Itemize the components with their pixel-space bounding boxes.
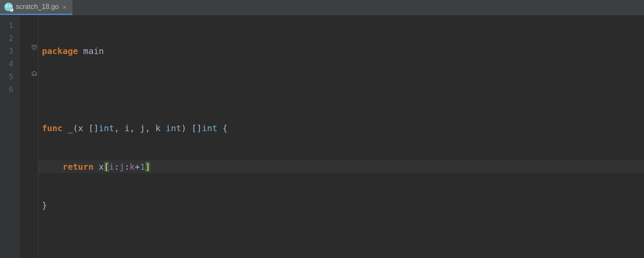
operator: : [114,162,119,172]
fold-close-icon[interactable] [32,71,37,76]
punct: , [130,123,135,133]
fold-column [20,15,39,258]
identifier: j [119,162,125,172]
line-number: 6 [0,83,19,96]
punct: , [145,123,150,133]
identifier: k [130,162,135,172]
punct: ) [181,123,186,133]
code-line[interactable] [39,237,644,250]
tab-close-icon[interactable]: × [62,4,68,10]
punct: , [114,123,119,133]
line-number: 3 [0,45,19,57]
code-line-current[interactable]: return x[i:j:k+1] [39,160,644,173]
line-number: 5 [0,70,19,83]
param: j [140,123,145,133]
bracket-match-icon: ] [145,162,150,172]
editor-tab[interactable]: scratch_18.go × [0,0,72,15]
code-line[interactable]: } [39,199,644,212]
keyword: package [42,46,78,56]
punct: { [223,123,228,133]
tab-bar: scratch_18.go × [0,0,644,15]
identifier: x [98,162,104,172]
function-name: _ [68,123,73,133]
punct: ] [93,123,98,133]
punct: ] [197,123,202,133]
param: x [78,123,83,133]
param: i [125,123,130,133]
line-number-gutter: 1 2 3 4 5 6 [0,15,20,258]
line-number: 2 [0,32,19,45]
code-line[interactable]: func _(x []int, i, j, k int) []int { [39,122,644,135]
bracket-match-icon: [ [104,162,109,172]
operator: + [135,162,140,172]
type: int [202,123,217,133]
type: int [99,123,114,133]
type: int [166,123,181,133]
line-number: 1 [0,19,19,32]
tab-filename: scratch_18.go [16,3,59,11]
operator: : [125,162,130,172]
param: k [155,123,161,133]
keyword: func [42,123,63,133]
punct: } [42,200,47,210]
number-literal: 1 [140,162,145,172]
code-line[interactable] [39,83,644,96]
go-file-icon [4,3,13,11]
identifier: i [109,162,114,172]
punct: [ [88,123,93,133]
code-line[interactable]: package main [39,45,644,57]
keyword: return [63,162,93,172]
line-number: 4 [0,57,19,70]
punct: [ [191,123,197,133]
fold-open-icon[interactable] [32,45,37,50]
code-area[interactable]: package main func _(x []int, i, j, k int… [39,15,644,258]
code-editor[interactable]: 1 2 3 4 5 6 package main func _(x []int,… [0,15,644,258]
identifier: main [83,46,104,56]
punct: ( [73,123,78,133]
